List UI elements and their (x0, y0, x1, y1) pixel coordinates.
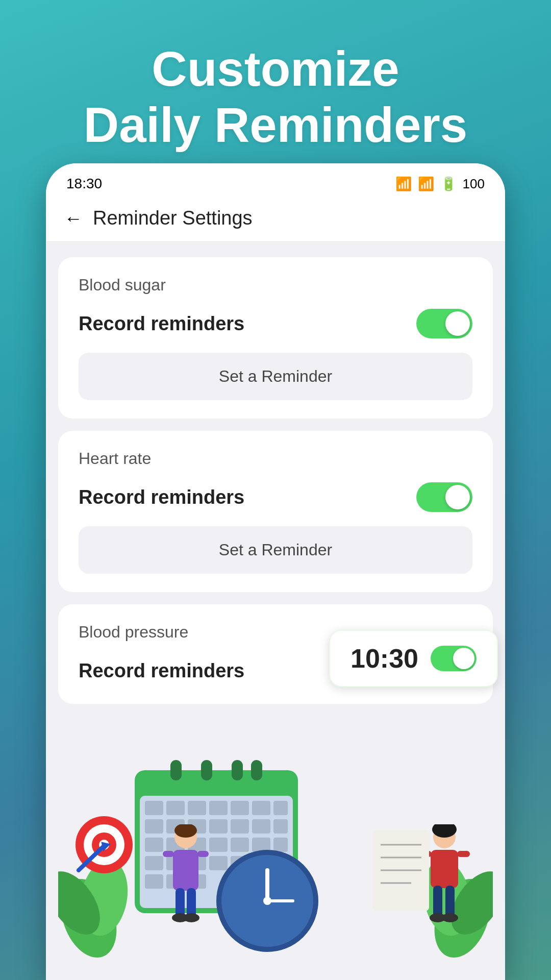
svg-rect-14 (201, 760, 212, 780)
svg-rect-15 (232, 760, 243, 780)
svg-rect-51 (173, 850, 198, 891)
blood-sugar-card: Blood sugar Record reminders Set a Remin… (58, 257, 493, 419)
blood-sugar-set-reminder-btn[interactable]: Set a Reminder (79, 353, 472, 400)
blood-pressure-reminder-label: Record reminders (79, 660, 244, 682)
heart-rate-card: Heart rate Record reminders Set a Remind… (58, 431, 493, 592)
svg-rect-53 (197, 851, 209, 857)
blood-sugar-reminder-row: Record reminders (79, 309, 472, 338)
clock-icon (216, 850, 318, 954)
time-badge-toggle[interactable] (431, 646, 477, 671)
status-bar: 18:30 📶 📶 🔋 100 (46, 163, 505, 197)
heart-rate-title: Heart rate (79, 449, 472, 468)
time-badge[interactable]: 10:30 (329, 630, 498, 687)
svg-rect-28 (209, 819, 228, 834)
svg-rect-23 (252, 801, 270, 815)
svg-rect-29 (231, 819, 249, 834)
blood-sugar-reminder-label: Record reminders (79, 313, 244, 335)
title-line2: Daily Reminders (84, 97, 467, 152)
notebook-icon (370, 829, 432, 913)
title-line1: Customize (152, 41, 399, 96)
battery-icon: 🔋 (440, 176, 457, 192)
svg-point-57 (183, 913, 199, 922)
scroll-content: Blood sugar Record reminders Set a Remin… (46, 242, 505, 977)
phone-frame: 18:30 📶 📶 🔋 100 ← Reminder Settings Bloo… (46, 163, 505, 980)
blood-sugar-toggle[interactable] (416, 309, 472, 338)
status-icons: 📶 📶 🔋 100 (395, 176, 485, 192)
nav-bar: ← Reminder Settings (46, 197, 505, 242)
svg-rect-18 (145, 801, 163, 815)
blood-sugar-title: Blood sugar (79, 276, 472, 295)
person-left-icon (160, 824, 211, 928)
svg-rect-64 (431, 850, 458, 888)
header-section: Customize Daily Reminders (0, 0, 551, 174)
svg-rect-21 (209, 801, 228, 815)
page-title: Reminder Settings (93, 207, 253, 229)
svg-rect-22 (231, 801, 249, 815)
svg-rect-13 (170, 760, 182, 780)
svg-rect-20 (188, 801, 206, 815)
heart-rate-reminder-row: Record reminders (79, 482, 472, 512)
svg-point-72 (442, 913, 458, 922)
heart-rate-toggle[interactable] (416, 482, 472, 512)
heart-rate-reminder-label: Record reminders (79, 486, 244, 508)
blood-pressure-card: Blood pressure Record reminders 10:30 (58, 604, 493, 704)
reminder-time: 10:30 (350, 643, 418, 674)
heart-rate-set-reminder-btn[interactable]: Set a Reminder (79, 526, 472, 574)
svg-rect-30 (252, 819, 270, 834)
signal-icon: 📶 (418, 176, 434, 192)
svg-rect-24 (273, 801, 288, 815)
back-button[interactable]: ← (64, 208, 83, 229)
time-display: 18:30 (66, 176, 102, 192)
illustration-area (58, 714, 493, 959)
svg-rect-52 (163, 851, 174, 857)
svg-rect-19 (166, 801, 185, 815)
svg-rect-66 (457, 851, 470, 857)
battery-level: 100 (463, 176, 485, 192)
svg-rect-31 (273, 819, 288, 834)
wifi-icon: 📶 (395, 176, 412, 192)
svg-rect-16 (251, 760, 262, 780)
